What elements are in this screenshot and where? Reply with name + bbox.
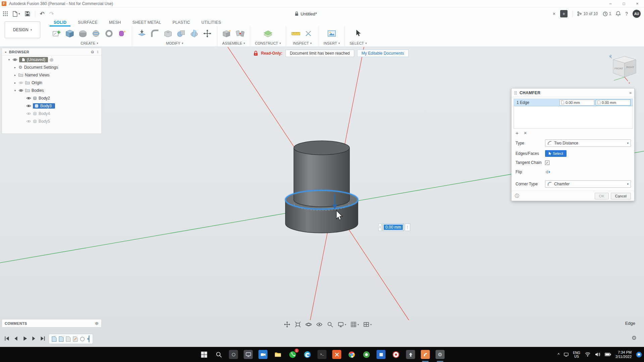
edge-set-row[interactable]: 1 Edge 0.00 mm 0.00 mm: [514, 99, 633, 106]
create-form-icon[interactable]: [117, 28, 127, 39]
group-create-label[interactable]: CREATE: [80, 41, 95, 45]
visibility-eye-icon[interactable]: [26, 104, 31, 108]
caret-collapsed-icon[interactable]: ▸: [13, 73, 17, 77]
tray-expand-icon[interactable]: ^: [558, 352, 560, 357]
app-orange-icon[interactable]: [332, 350, 341, 359]
app-gray-icon[interactable]: [406, 350, 415, 359]
construction-plane-icon[interactable]: [263, 28, 273, 39]
visibility-eye-icon[interactable]: [26, 120, 31, 123]
caret-collapsed-icon[interactable]: ▸: [13, 66, 17, 69]
input-drag-grip[interactable]: ‖: [378, 224, 382, 231]
group-construct-label[interactable]: CONSTRUCT: [255, 41, 278, 45]
remove-edge-set-button[interactable]: ×: [524, 130, 527, 136]
notification-bell-icon[interactable]: [616, 11, 621, 16]
my-editable-documents-link[interactable]: My Editable Documents: [357, 50, 409, 57]
cylinder-top-face[interactable]: [294, 141, 350, 155]
tree-item-bodies[interactable]: ▾ Bodies: [2, 86, 101, 94]
tree-item-origin[interactable]: ▸ Origin: [2, 79, 101, 86]
visibility-eye-icon[interactable]: [12, 58, 17, 61]
battery-icon[interactable]: [605, 353, 611, 356]
timeline-position-marker[interactable]: [87, 336, 90, 342]
tree-item-body5[interactable]: Body5: [2, 117, 101, 125]
split-body-icon[interactable]: [189, 28, 199, 39]
joint-icon[interactable]: [235, 28, 245, 39]
skip-to-start-button[interactable]: [3, 335, 10, 342]
tree-item-body2[interactable]: Body2: [2, 94, 101, 102]
comments-bar[interactable]: COMMENTS ⊕: [2, 319, 101, 327]
close-window-button[interactable]: ×: [631, 0, 644, 7]
caret-collapsed-icon[interactable]: ▸: [13, 81, 17, 84]
timeline-feature-icon[interactable]: [80, 336, 85, 342]
visibility-eye-icon[interactable]: [26, 112, 31, 115]
app-grid-icon[interactable]: [3, 11, 8, 16]
move-icon[interactable]: [202, 28, 212, 39]
fillet-icon[interactable]: [150, 28, 160, 39]
viewports-icon[interactable]: ▾: [363, 321, 372, 328]
language-indicator[interactable]: ENGUS: [573, 351, 580, 358]
analysis-icon[interactable]: [304, 28, 314, 39]
tangent-chain-checkbox[interactable]: ✓: [545, 161, 549, 165]
visibility-eye-icon[interactable]: [26, 97, 31, 100]
browser-display-filter-icon[interactable]: ⊖: [91, 50, 94, 54]
add-comment-icon[interactable]: ⊕: [95, 321, 99, 326]
start-button[interactable]: [200, 350, 209, 359]
workspace-selector[interactable]: DESIGN ▾: [5, 21, 40, 38]
search-icon[interactable]: [214, 350, 223, 359]
volume-icon[interactable]: [595, 352, 600, 357]
tab-sheet-metal[interactable]: SHEET METAL: [128, 20, 165, 26]
grid-settings-icon[interactable]: ▾: [350, 321, 359, 328]
collapse-browser-icon[interactable]: ◂: [5, 50, 6, 54]
visibility-eye-icon[interactable]: [18, 89, 23, 92]
preferences-gear-icon[interactable]: ⚙: [632, 335, 637, 342]
input-options-handle[interactable]: ⋮: [405, 224, 410, 231]
view-cube[interactable]: Z FRONT RIGHT x: [609, 54, 636, 84]
distance2-input[interactable]: 0.00 mm: [596, 100, 631, 106]
create-sketch-icon[interactable]: [52, 28, 62, 39]
expand-dialog-icon[interactable]: »: [629, 90, 632, 95]
timeline-feature-icon[interactable]: [73, 336, 78, 342]
coil-icon[interactable]: [104, 28, 114, 39]
tab-solid[interactable]: SOLID: [50, 20, 70, 26]
group-modify-label[interactable]: MODIFY: [166, 41, 180, 45]
clock[interactable]: 7:34 PM2/11/2022: [615, 350, 632, 359]
measure-icon[interactable]: [291, 28, 301, 39]
play-button[interactable]: [21, 335, 28, 342]
redo-button[interactable]: ↷: [49, 10, 54, 17]
viewport-canvas[interactable]: Z FRONT RIGHT x ◂ BROWSER ⊖ ‖ ▾ (Unsaved…: [0, 47, 644, 347]
app-red-icon[interactable]: [391, 350, 400, 359]
revolve-icon[interactable]: [91, 28, 101, 39]
action-center-icon[interactable]: [636, 352, 642, 358]
group-assemble-label[interactable]: ASSEMBLE: [222, 41, 242, 45]
distance1-input[interactable]: 0.00 mm: [559, 100, 594, 106]
user-avatar[interactable]: AU: [633, 10, 641, 18]
maximize-button[interactable]: □: [617, 0, 631, 7]
caret-expanded-icon[interactable]: ▾: [7, 58, 11, 61]
edge-browser-icon[interactable]: [303, 350, 312, 359]
version-status[interactable]: 10 of 10: [577, 11, 598, 16]
zoom-tool-icon[interactable]: [327, 321, 333, 328]
whatsapp-icon[interactable]: 1: [288, 350, 297, 359]
fit-view-icon[interactable]: [294, 321, 301, 328]
extrude-icon[interactable]: [78, 28, 88, 39]
info-icon[interactable]: ⓘ: [515, 193, 519, 199]
tree-item-named-views[interactable]: ▸ Named Views: [2, 71, 101, 79]
group-inspect-label[interactable]: INSPECT: [293, 41, 309, 45]
drag-grip-icon[interactable]: [514, 91, 517, 95]
tab-utilities[interactable]: UTILITIES: [198, 20, 225, 26]
group-insert-label[interactable]: INSERT: [324, 41, 337, 45]
group-select-label[interactable]: SELECT: [350, 41, 364, 45]
cancel-button[interactable]: Cancel: [611, 193, 631, 199]
select-cursor-icon[interactable]: [353, 28, 363, 39]
tab-surface[interactable]: SURFACE: [74, 20, 102, 26]
help-button[interactable]: ?: [625, 11, 628, 16]
orbit-tool-icon[interactable]: [305, 321, 312, 328]
chamfer-dialog-header[interactable]: CHAMFER »: [512, 88, 634, 97]
new-document-tab-button[interactable]: +: [560, 10, 568, 17]
panel-resize-grip[interactable]: ‖: [97, 50, 99, 54]
look-at-icon[interactable]: [316, 321, 323, 328]
box-icon[interactable]: [65, 28, 75, 39]
tree-item-body4[interactable]: Body4: [2, 110, 101, 117]
tree-item-document-settings[interactable]: ▸ ⚙ Document Settings: [2, 63, 101, 71]
terminal-icon[interactable]: >_: [318, 350, 327, 359]
settings-app-icon[interactable]: ⚙: [436, 350, 445, 359]
